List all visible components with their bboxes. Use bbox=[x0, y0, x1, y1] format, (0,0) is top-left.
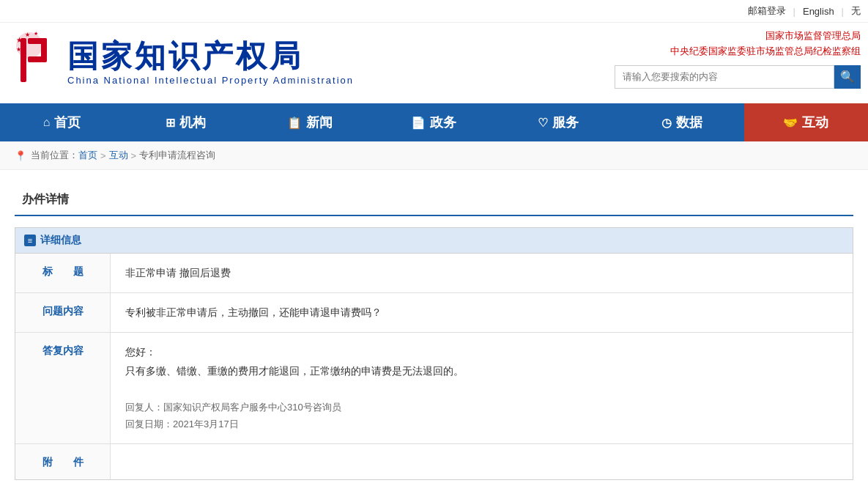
breadcrumb-sep2: > bbox=[131, 150, 137, 161]
search-input[interactable] bbox=[615, 65, 834, 89]
nav-item-data[interactable]: ◷ 数据 bbox=[620, 103, 743, 141]
detail-table: ≡ 详细信息 标 题 非正常申请 撤回后退费 问题内容 专利被非正常申请后，主动… bbox=[15, 227, 853, 480]
sep1: | bbox=[793, 6, 795, 17]
logo-emblem-icon: ★ ★ ★ ★ bbox=[15, 31, 67, 95]
nav-item-policy[interactable]: 📄 政务 bbox=[372, 103, 496, 141]
nav-label-policy: 政务 bbox=[430, 114, 456, 131]
logo-text-block: 国家知识产权局 China National Intellectual Prop… bbox=[67, 41, 354, 86]
institution-icon: ⊞ bbox=[166, 116, 175, 130]
svg-text:★: ★ bbox=[34, 31, 38, 36]
top-bar-links: 邮箱登录 | English | 无 bbox=[748, 4, 861, 18]
breadcrumb: 📍 当前位置： 首页 > 互动 > 专利申请流程咨询 bbox=[0, 141, 868, 170]
nav-label-interact: 互动 bbox=[802, 114, 828, 131]
value-attachment bbox=[111, 444, 853, 479]
svg-rect-1 bbox=[21, 38, 26, 82]
logo-en: China National Intellectual Property Adm… bbox=[67, 75, 354, 86]
service-icon: ♡ bbox=[538, 116, 548, 130]
value-question: 专利被非正常申请后，主动撤回，还能申请退申请费吗？ bbox=[111, 293, 853, 332]
breadcrumb-sep1: > bbox=[100, 150, 106, 161]
svg-text:★: ★ bbox=[16, 36, 23, 44]
svg-rect-4 bbox=[41, 38, 47, 62]
breadcrumb-interact[interactable]: 互动 bbox=[109, 149, 128, 162]
info-icon: ≡ bbox=[24, 235, 36, 246]
sep2: | bbox=[842, 6, 844, 17]
breadcrumb-current: 专利申请流程咨询 bbox=[139, 149, 215, 162]
mailbox-link[interactable]: 邮箱登录 bbox=[748, 4, 786, 18]
value-answer: 您好： 只有多缴、错缴、重缴的费用才能退回，正常缴纳的申请费是无法退回的。 回复… bbox=[111, 333, 853, 443]
breadcrumb-text: 当前位置： bbox=[31, 149, 78, 162]
nav-label-data: 数据 bbox=[676, 114, 702, 131]
nav-item-service[interactable]: ♡ 服务 bbox=[496, 103, 620, 141]
main-content: 办件详情 ≡ 详细信息 标 题 非正常申请 撤回后退费 问题内容 专利被非正常申… bbox=[0, 170, 868, 483]
data-icon: ◷ bbox=[661, 116, 672, 130]
news-icon: 📋 bbox=[287, 116, 302, 130]
home-icon: ⌂ bbox=[43, 116, 51, 129]
answer-line-2: 只有多缴、错缴、重缴的费用才能退回，正常缴纳的申请费是无法退回的。 bbox=[125, 362, 838, 380]
nav-label-service: 服务 bbox=[552, 114, 579, 131]
logo-cn: 国家知识产权局 bbox=[67, 41, 354, 72]
nav-item-institution[interactable]: ⊞ 机构 bbox=[124, 103, 248, 141]
header-right: 国家市场监督管理总局 中央纪委国家监委驻市场监管总局纪检监察组 🔍 bbox=[368, 23, 868, 103]
interact-icon: 🤝 bbox=[783, 116, 798, 130]
other-link[interactable]: 无 bbox=[851, 4, 861, 18]
value-title: 非正常申请 撤回后退费 bbox=[111, 254, 853, 292]
nav-item-news[interactable]: 📋 新闻 bbox=[248, 103, 372, 141]
nav-item-home[interactable]: ⌂ 首页 bbox=[0, 103, 124, 141]
nav-item-interact[interactable]: 🤝 互动 bbox=[744, 103, 868, 141]
header: ★ ★ ★ ★ 国家知识产权局 China National Intellect… bbox=[0, 23, 868, 103]
label-attachment: 附 件 bbox=[15, 444, 111, 479]
main-nav: ⌂ 首页 ⊞ 机构 📋 新闻 📄 政务 ♡ 服务 ◷ 数据 🤝 互动 bbox=[0, 103, 868, 141]
svg-rect-3 bbox=[28, 56, 42, 62]
label-title: 标 题 bbox=[15, 254, 111, 292]
policy-icon: 📄 bbox=[411, 116, 426, 130]
ministry-links: 国家市场监督管理总局 中央纪委国家监委驻市场监管总局纪检监察组 bbox=[670, 29, 861, 59]
label-question: 问题内容 bbox=[15, 293, 111, 332]
table-header-label: 详细信息 bbox=[40, 234, 81, 247]
answer-line-1: 您好： bbox=[125, 343, 838, 361]
location-icon: 📍 bbox=[15, 150, 26, 161]
nav-label-home: 首页 bbox=[54, 114, 81, 131]
section-title: 办件详情 bbox=[15, 185, 853, 216]
top-bar: 邮箱登录 | English | 无 bbox=[0, 0, 868, 23]
answer-meta-person: 回复人：国家知识产权局客户服务中心310号咨询员 bbox=[125, 399, 838, 416]
breadcrumb-home[interactable]: 首页 bbox=[78, 149, 97, 162]
search-bar: 🔍 bbox=[615, 65, 861, 89]
ministry2-link[interactable]: 中央纪委国家监委驻市场监管总局纪检监察组 bbox=[670, 44, 861, 59]
table-row: 答复内容 您好： 只有多缴、错缴、重缴的费用才能退回，正常缴纳的申请费是无法退回… bbox=[15, 333, 853, 443]
table-row: 标 题 非正常申请 撤回后退费 bbox=[15, 254, 853, 293]
nav-label-news: 新闻 bbox=[306, 114, 333, 131]
table-row: 问题内容 专利被非正常申请后，主动撤回，还能申请退申请费吗？ bbox=[15, 293, 853, 333]
label-answer: 答复内容 bbox=[15, 333, 111, 443]
table-header-row: ≡ 详细信息 bbox=[15, 228, 853, 254]
header-logo: ★ ★ ★ ★ 国家知识产权局 China National Intellect… bbox=[0, 23, 368, 103]
table-row: 附 件 bbox=[15, 444, 853, 479]
answer-meta-date: 回复日期：2021年3月17日 bbox=[125, 416, 838, 432]
nav-label-institution: 机构 bbox=[179, 114, 206, 131]
search-button[interactable]: 🔍 bbox=[834, 65, 861, 89]
svg-text:★: ★ bbox=[25, 32, 30, 38]
search-icon: 🔍 bbox=[840, 70, 855, 84]
english-link[interactable]: English bbox=[803, 6, 834, 17]
svg-text:★: ★ bbox=[16, 46, 21, 53]
ministry1-link[interactable]: 国家市场监督管理总局 bbox=[765, 29, 861, 44]
